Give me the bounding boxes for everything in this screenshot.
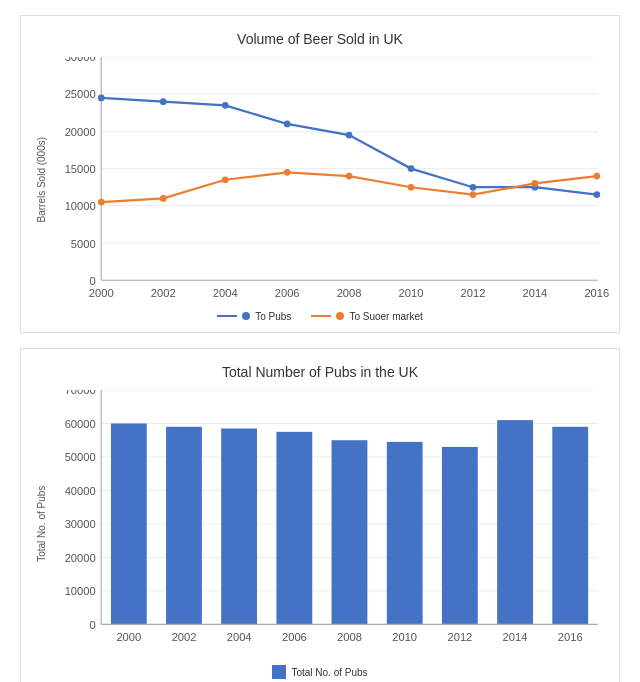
bar-chart-title: Total Number of Pubs in the UK xyxy=(31,364,609,380)
svg-text:2006: 2006 xyxy=(275,287,300,299)
svg-text:0: 0 xyxy=(89,275,95,287)
svg-text:2014: 2014 xyxy=(522,287,547,299)
svg-point-22 xyxy=(470,184,477,191)
line-chart-y-axis-label: Barrels Sold (000s) xyxy=(31,57,51,303)
svg-text:2012: 2012 xyxy=(448,631,473,643)
svg-text:2000: 2000 xyxy=(116,631,141,643)
bar-chart-y-axis-label: Total No. of Pubs xyxy=(31,390,51,658)
svg-text:2010: 2010 xyxy=(399,287,424,299)
svg-rect-53 xyxy=(221,428,257,624)
svg-rect-55 xyxy=(332,440,368,624)
svg-text:5000: 5000 xyxy=(71,238,96,250)
svg-text:30000: 30000 xyxy=(65,518,96,530)
line-chart-svg: 30000 25000 20000 15000 10000 5000 0 xyxy=(51,57,609,303)
svg-text:70000: 70000 xyxy=(65,390,96,396)
legend-item-total-pubs: Total No. of Pubs xyxy=(272,665,367,679)
svg-text:2014: 2014 xyxy=(503,631,528,643)
svg-point-26 xyxy=(160,195,167,202)
line-chart-title: Volume of Beer Sold in UK xyxy=(31,31,609,47)
legend-label-total-pubs: Total No. of Pubs xyxy=(291,667,367,678)
svg-rect-56 xyxy=(387,441,423,623)
bar-chart-legend: Total No. of Pubs xyxy=(31,665,609,679)
bar-chart-container: Total Number of Pubs in the UK Total No.… xyxy=(20,348,620,682)
svg-point-27 xyxy=(222,176,229,183)
legend-item-supermarket: To Suoer market xyxy=(311,311,422,322)
svg-point-28 xyxy=(284,169,291,176)
svg-text:30000: 30000 xyxy=(65,57,96,63)
svg-text:2012: 2012 xyxy=(461,287,486,299)
svg-point-16 xyxy=(98,95,105,102)
line-chart-legend: To Pubs To Suoer market xyxy=(31,311,609,322)
svg-rect-59 xyxy=(552,426,588,624)
svg-text:2008: 2008 xyxy=(337,631,362,643)
svg-text:2016: 2016 xyxy=(558,631,583,643)
svg-text:20000: 20000 xyxy=(65,551,96,563)
svg-point-32 xyxy=(532,180,539,187)
bar-chart-inner: 70000 60000 50000 40000 30000 20000 1000… xyxy=(51,390,609,658)
bar-chart-svg: 70000 60000 50000 40000 30000 20000 1000… xyxy=(51,390,609,658)
legend-label-pubs: To Pubs xyxy=(255,311,291,322)
svg-text:60000: 60000 xyxy=(65,417,96,429)
svg-point-24 xyxy=(593,191,600,198)
svg-point-20 xyxy=(346,132,353,139)
legend-label-supermarket: To Suoer market xyxy=(349,311,422,322)
svg-rect-58 xyxy=(497,420,533,624)
svg-rect-52 xyxy=(166,426,202,624)
svg-point-19 xyxy=(284,121,291,128)
svg-text:25000: 25000 xyxy=(65,88,96,100)
svg-rect-51 xyxy=(111,423,147,624)
svg-point-31 xyxy=(470,191,477,198)
line-chart-container: Volume of Beer Sold in UK Barrels Sold (… xyxy=(20,15,620,333)
svg-text:2000: 2000 xyxy=(89,287,114,299)
svg-point-25 xyxy=(98,199,105,206)
svg-point-30 xyxy=(408,184,415,191)
svg-text:2002: 2002 xyxy=(172,631,197,643)
line-chart-inner: 30000 25000 20000 15000 10000 5000 0 xyxy=(51,57,609,303)
svg-text:2004: 2004 xyxy=(213,287,238,299)
svg-point-18 xyxy=(222,102,229,109)
svg-rect-57 xyxy=(442,446,478,623)
svg-point-33 xyxy=(593,173,600,180)
svg-rect-54 xyxy=(276,431,312,624)
svg-text:20000: 20000 xyxy=(65,126,96,138)
svg-point-17 xyxy=(160,98,167,105)
svg-text:0: 0 xyxy=(89,618,95,630)
svg-text:2008: 2008 xyxy=(337,287,362,299)
svg-text:50000: 50000 xyxy=(65,451,96,463)
svg-text:2002: 2002 xyxy=(151,287,176,299)
svg-point-21 xyxy=(408,165,415,172)
svg-text:2010: 2010 xyxy=(392,631,417,643)
legend-item-pubs: To Pubs xyxy=(217,311,291,322)
svg-text:15000: 15000 xyxy=(65,163,96,175)
svg-text:10000: 10000 xyxy=(65,200,96,212)
svg-text:40000: 40000 xyxy=(65,484,96,496)
svg-text:2006: 2006 xyxy=(282,631,307,643)
svg-text:2004: 2004 xyxy=(227,631,252,643)
svg-point-29 xyxy=(346,173,353,180)
svg-text:10000: 10000 xyxy=(65,585,96,597)
svg-text:2016: 2016 xyxy=(584,287,609,299)
